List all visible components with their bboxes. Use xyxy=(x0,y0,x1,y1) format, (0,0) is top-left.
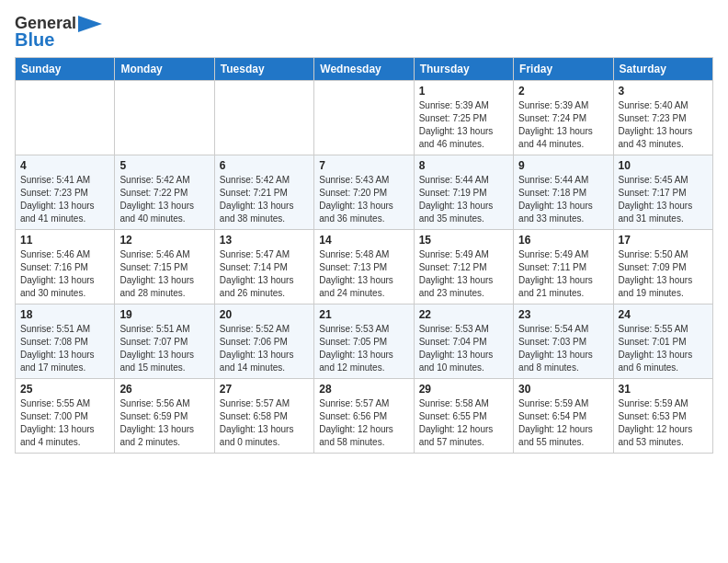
day-info: Sunrise: 5:39 AM Sunset: 7:24 PM Dayligh… xyxy=(518,99,608,151)
day-number: 7 xyxy=(319,159,408,172)
day-number: 16 xyxy=(518,234,608,247)
day-number: 18 xyxy=(20,308,109,321)
day-info: Sunrise: 5:41 AM Sunset: 7:23 PM Dayligh… xyxy=(20,174,109,225)
calendar-week-row: 18Sunrise: 5:51 AM Sunset: 7:08 PM Dayli… xyxy=(16,304,713,378)
calendar-cell: 1Sunrise: 5:39 AM Sunset: 7:25 PM Daylig… xyxy=(414,80,513,155)
calendar-cell: 22Sunrise: 5:53 AM Sunset: 7:04 PM Dayli… xyxy=(414,304,513,378)
day-info: Sunrise: 5:56 AM Sunset: 6:59 PM Dayligh… xyxy=(119,397,209,449)
calendar-cell: 29Sunrise: 5:58 AM Sunset: 6:55 PM Dayli… xyxy=(414,378,513,453)
day-info: Sunrise: 5:51 AM Sunset: 7:08 PM Dayligh… xyxy=(20,323,109,374)
day-number: 13 xyxy=(220,234,309,247)
weekday-header-thursday: Thursday xyxy=(414,57,513,80)
calendar-cell: 11Sunrise: 5:46 AM Sunset: 7:16 PM Dayli… xyxy=(16,229,115,304)
day-info: Sunrise: 5:53 AM Sunset: 7:04 PM Dayligh… xyxy=(419,323,508,374)
logo-blue: Blue xyxy=(15,29,54,50)
weekday-header-tuesday: Tuesday xyxy=(214,57,313,80)
day-number: 30 xyxy=(518,383,608,396)
day-info: Sunrise: 5:45 AM Sunset: 7:17 PM Dayligh… xyxy=(619,174,708,225)
calendar-cell: 7Sunrise: 5:43 AM Sunset: 7:20 PM Daylig… xyxy=(314,155,414,229)
day-info: Sunrise: 5:53 AM Sunset: 7:05 PM Dayligh… xyxy=(319,323,408,374)
weekday-header-friday: Friday xyxy=(514,57,613,80)
day-number: 21 xyxy=(319,308,408,321)
day-info: Sunrise: 5:51 AM Sunset: 7:07 PM Dayligh… xyxy=(119,323,209,374)
day-number: 8 xyxy=(419,159,508,172)
calendar-week-row: 4Sunrise: 5:41 AM Sunset: 7:23 PM Daylig… xyxy=(16,155,713,229)
day-number: 29 xyxy=(419,383,508,396)
calendar-cell: 19Sunrise: 5:51 AM Sunset: 7:07 PM Dayli… xyxy=(115,304,214,378)
day-info: Sunrise: 5:52 AM Sunset: 7:06 PM Dayligh… xyxy=(220,323,309,374)
day-number: 4 xyxy=(20,159,109,172)
day-info: Sunrise: 5:42 AM Sunset: 7:22 PM Dayligh… xyxy=(119,174,209,225)
day-number: 6 xyxy=(220,159,309,172)
calendar-cell: 2Sunrise: 5:39 AM Sunset: 7:24 PM Daylig… xyxy=(514,80,613,155)
calendar-cell xyxy=(115,80,214,155)
calendar-cell: 27Sunrise: 5:57 AM Sunset: 6:58 PM Dayli… xyxy=(214,378,313,453)
day-info: Sunrise: 5:47 AM Sunset: 7:14 PM Dayligh… xyxy=(220,248,309,300)
calendar-cell: 10Sunrise: 5:45 AM Sunset: 7:17 PM Dayli… xyxy=(613,155,712,229)
day-info: Sunrise: 5:39 AM Sunset: 7:25 PM Dayligh… xyxy=(419,99,508,151)
weekday-header-wednesday: Wednesday xyxy=(314,57,414,80)
day-info: Sunrise: 5:55 AM Sunset: 7:01 PM Dayligh… xyxy=(619,323,708,374)
day-number: 23 xyxy=(518,308,608,321)
day-number: 2 xyxy=(518,85,608,98)
weekday-header-row: SundayMondayTuesdayWednesdayThursdayFrid… xyxy=(16,57,713,80)
day-number: 31 xyxy=(619,383,708,396)
calendar-cell xyxy=(16,80,115,155)
calendar-cell: 15Sunrise: 5:49 AM Sunset: 7:12 PM Dayli… xyxy=(414,229,513,304)
day-info: Sunrise: 5:59 AM Sunset: 6:54 PM Dayligh… xyxy=(518,397,608,449)
day-info: Sunrise: 5:42 AM Sunset: 7:21 PM Dayligh… xyxy=(220,174,309,225)
day-number: 19 xyxy=(119,308,209,321)
day-info: Sunrise: 5:43 AM Sunset: 7:20 PM Dayligh… xyxy=(319,174,408,225)
day-number: 28 xyxy=(319,383,408,396)
page-header: General Blue xyxy=(15,15,713,50)
calendar-cell: 26Sunrise: 5:56 AM Sunset: 6:59 PM Dayli… xyxy=(115,378,214,453)
svg-marker-0 xyxy=(78,16,102,32)
day-number: 25 xyxy=(20,383,109,396)
day-info: Sunrise: 5:44 AM Sunset: 7:19 PM Dayligh… xyxy=(419,174,508,225)
day-number: 24 xyxy=(619,308,708,321)
calendar-week-row: 11Sunrise: 5:46 AM Sunset: 7:16 PM Dayli… xyxy=(16,229,713,304)
calendar-cell xyxy=(214,80,313,155)
calendar-cell: 4Sunrise: 5:41 AM Sunset: 7:23 PM Daylig… xyxy=(16,155,115,229)
calendar-table: SundayMondayTuesdayWednesdayThursdayFrid… xyxy=(15,57,713,454)
day-info: Sunrise: 5:57 AM Sunset: 6:58 PM Dayligh… xyxy=(220,397,309,449)
day-info: Sunrise: 5:44 AM Sunset: 7:18 PM Dayligh… xyxy=(518,174,608,225)
day-number: 22 xyxy=(419,308,508,321)
logo: General Blue xyxy=(15,15,102,50)
day-number: 5 xyxy=(119,159,209,172)
day-number: 1 xyxy=(419,85,508,98)
day-info: Sunrise: 5:55 AM Sunset: 7:00 PM Dayligh… xyxy=(20,397,109,449)
day-number: 12 xyxy=(119,234,209,247)
weekday-header-sunday: Sunday xyxy=(16,57,115,80)
calendar-cell: 12Sunrise: 5:46 AM Sunset: 7:15 PM Dayli… xyxy=(115,229,214,304)
calendar-cell: 8Sunrise: 5:44 AM Sunset: 7:19 PM Daylig… xyxy=(414,155,513,229)
calendar-cell: 13Sunrise: 5:47 AM Sunset: 7:14 PM Dayli… xyxy=(214,229,313,304)
day-info: Sunrise: 5:57 AM Sunset: 6:56 PM Dayligh… xyxy=(319,397,408,449)
day-info: Sunrise: 5:46 AM Sunset: 7:16 PM Dayligh… xyxy=(20,248,109,300)
weekday-header-monday: Monday xyxy=(115,57,214,80)
day-info: Sunrise: 5:49 AM Sunset: 7:11 PM Dayligh… xyxy=(518,248,608,300)
calendar-cell: 9Sunrise: 5:44 AM Sunset: 7:18 PM Daylig… xyxy=(514,155,613,229)
calendar-cell: 18Sunrise: 5:51 AM Sunset: 7:08 PM Dayli… xyxy=(16,304,115,378)
calendar-cell xyxy=(314,80,414,155)
day-number: 14 xyxy=(319,234,408,247)
day-info: Sunrise: 5:50 AM Sunset: 7:09 PM Dayligh… xyxy=(619,248,708,300)
day-info: Sunrise: 5:49 AM Sunset: 7:12 PM Dayligh… xyxy=(419,248,508,300)
calendar-cell: 16Sunrise: 5:49 AM Sunset: 7:11 PM Dayli… xyxy=(514,229,613,304)
day-number: 10 xyxy=(619,159,708,172)
calendar-cell: 5Sunrise: 5:42 AM Sunset: 7:22 PM Daylig… xyxy=(115,155,214,229)
calendar-cell: 31Sunrise: 5:59 AM Sunset: 6:53 PM Dayli… xyxy=(613,378,712,453)
calendar-cell: 30Sunrise: 5:59 AM Sunset: 6:54 PM Dayli… xyxy=(514,378,613,453)
calendar-cell: 28Sunrise: 5:57 AM Sunset: 6:56 PM Dayli… xyxy=(314,378,414,453)
calendar-cell: 21Sunrise: 5:53 AM Sunset: 7:05 PM Dayli… xyxy=(314,304,414,378)
calendar-cell: 20Sunrise: 5:52 AM Sunset: 7:06 PM Dayli… xyxy=(214,304,313,378)
calendar-cell: 14Sunrise: 5:48 AM Sunset: 7:13 PM Dayli… xyxy=(314,229,414,304)
calendar-cell: 24Sunrise: 5:55 AM Sunset: 7:01 PM Dayli… xyxy=(613,304,712,378)
day-number: 9 xyxy=(518,159,608,172)
calendar-week-row: 25Sunrise: 5:55 AM Sunset: 7:00 PM Dayli… xyxy=(16,378,713,453)
day-number: 20 xyxy=(220,308,309,321)
weekday-header-saturday: Saturday xyxy=(613,57,712,80)
calendar-cell: 17Sunrise: 5:50 AM Sunset: 7:09 PM Dayli… xyxy=(613,229,712,304)
calendar-cell: 6Sunrise: 5:42 AM Sunset: 7:21 PM Daylig… xyxy=(214,155,313,229)
day-number: 17 xyxy=(619,234,708,247)
